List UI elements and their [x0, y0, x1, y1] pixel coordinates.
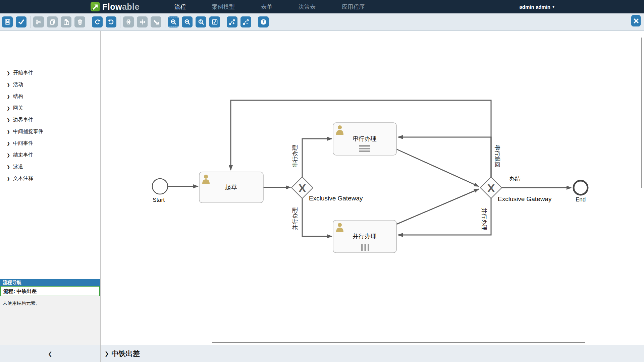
palette-group[interactable]: ❯ 网关	[0, 102, 100, 114]
same-size-icon	[153, 19, 159, 25]
toolbar-separator	[30, 16, 31, 28]
chevron-right-icon: ❯	[105, 351, 109, 357]
close-editor-button[interactable]	[631, 15, 641, 26]
palette-group-label: 开始事件	[13, 70, 33, 76]
palette-group[interactable]: ❯ 中间捕捉事件	[0, 126, 100, 137]
chevron-right-icon: ❯	[7, 106, 10, 111]
nav-tab[interactable]: 应用程序	[342, 3, 365, 11]
parallel-task-node[interactable]: 并行办理	[333, 220, 396, 253]
nav-tab[interactable]: 决策表	[299, 3, 316, 11]
user-menu[interactable]: admin admin ▾	[519, 0, 554, 13]
toolbar-separator	[89, 16, 89, 28]
palette-sidebar: ❯ 开始事件 ❯ 活动 ❯ 结构 ❯ 网关	[0, 31, 101, 345]
redo-icon	[94, 19, 101, 25]
chevron-right-icon: ❯	[7, 176, 10, 181]
palette-group[interactable]: ❯ 结构	[0, 90, 100, 102]
edge-serial-to-gateway2[interactable]	[396, 149, 479, 186]
zoom-actual-button[interactable]: 1	[196, 16, 206, 27]
same-size-button[interactable]	[151, 16, 161, 27]
parallel-task-label: 并行办理	[353, 233, 377, 240]
palette-group[interactable]: ❯ 活动	[0, 79, 100, 90]
top-navbar: Flowable 流程案例模型表单决策表应用程序 admin admin ▾	[0, 0, 644, 13]
palette-group-label: 中间捕捉事件	[13, 128, 43, 135]
palette-group[interactable]: ❯ 泳道	[0, 161, 100, 173]
help-button[interactable]: ?	[258, 16, 269, 27]
process-breadcrumb: ❯ 中铁出差	[101, 345, 644, 362]
add-bendpoint-icon	[229, 19, 235, 25]
edge-parallel-to-gateway2[interactable]	[396, 189, 479, 224]
exclusive-gateway1-node[interactable]: X Exclusive Gateway	[291, 177, 363, 202]
flowable-logo-icon	[91, 2, 100, 11]
nav-tab[interactable]: 表单	[261, 3, 272, 11]
svg-text:1: 1	[200, 20, 202, 23]
paste-button[interactable]	[61, 16, 71, 27]
trash-icon	[77, 19, 83, 25]
collapse-sidebar-button[interactable]: ❮	[0, 345, 101, 362]
edge-label-to-serial: 串行办理	[292, 145, 298, 168]
undo-button[interactable]	[106, 16, 116, 27]
sequential-multi-instance-icon	[359, 145, 370, 152]
zoom-fit-icon	[212, 19, 218, 25]
exclusive-gateway2-label: Exclusive Gateway	[498, 195, 552, 202]
delete-button[interactable]	[74, 16, 85, 27]
draft-task-node[interactable]: 起草	[199, 172, 263, 203]
edge-label-serial-return: 串行退回	[494, 145, 500, 168]
horizontal-scrollbar-thumb[interactable]	[212, 342, 585, 343]
align-horizontal-button[interactable]	[137, 16, 148, 27]
cut-button[interactable]	[33, 16, 44, 27]
gateway-x-icon: X	[487, 182, 495, 194]
palette-group-label: 活动	[13, 81, 23, 88]
zoom-in-button[interactable]	[168, 16, 179, 27]
zoom-fit-button[interactable]	[209, 16, 220, 27]
undo-icon	[108, 19, 114, 25]
align-vertical-button[interactable]	[123, 16, 134, 27]
process-title[interactable]: 中铁出差	[112, 349, 140, 358]
palette-group[interactable]: ❯ 结束事件	[0, 149, 100, 161]
bpmn-canvas[interactable]: 串行办理 并行办理 串行退回 并行办理 办结 Start 起草	[101, 31, 644, 345]
draft-task-label: 起草	[225, 184, 237, 191]
zoom-out-icon	[184, 19, 191, 25]
nav-tabs: 流程案例模型表单决策表应用程序	[174, 0, 365, 13]
end-event-node[interactable]: End	[574, 181, 588, 203]
chevron-right-icon: ❯	[7, 94, 10, 99]
copy-button[interactable]	[47, 16, 58, 27]
chevron-right-icon: ❯	[7, 141, 10, 146]
palette-group[interactable]: ❯ 文本注释	[0, 173, 100, 184]
flowable-modeler-app: Flowable 流程案例模型表单决策表应用程序 admin admin ▾	[0, 0, 644, 362]
redo-button[interactable]	[92, 16, 103, 27]
palette-group[interactable]: ❯ 边界事件	[0, 114, 100, 126]
save-icon	[4, 19, 11, 25]
chevron-right-icon: ❯	[7, 129, 10, 134]
close-icon	[633, 18, 639, 24]
serial-task-node[interactable]: 串行办理	[333, 123, 396, 155]
palette-group-label: 中间事件	[13, 140, 33, 146]
palette-group[interactable]: ❯ 开始事件	[0, 67, 100, 79]
edge-gateway1-to-serial[interactable]	[302, 139, 332, 177]
start-event-label: Start	[153, 197, 165, 203]
add-bendpoint-button[interactable]	[227, 16, 237, 27]
process-navigator-body: 未使用结构元素。	[0, 296, 100, 345]
start-event-node[interactable]: Start	[152, 179, 168, 203]
editor-toolbar: 1 ?	[0, 13, 644, 31]
palette-group[interactable]: ❯ 中间事件	[0, 137, 100, 149]
process-navigator-current[interactable]: 流程: 中铁出差	[0, 286, 100, 296]
zoom-out-button[interactable]	[182, 16, 193, 27]
remove-bendpoint-icon	[243, 19, 249, 25]
nav-tab[interactable]: 案例模型	[212, 3, 235, 11]
chevron-right-icon: ❯	[7, 82, 10, 87]
svg-text:?: ?	[262, 19, 265, 24]
remove-bendpoint-button[interactable]	[240, 16, 251, 27]
caret-down-icon: ▾	[552, 4, 554, 9]
flowable-logo[interactable]: Flowable	[91, 0, 140, 13]
save-button[interactable]	[2, 16, 13, 27]
check-icon	[18, 19, 24, 25]
validate-button[interactable]	[16, 16, 26, 27]
nav-tab[interactable]: 流程	[174, 3, 186, 11]
chevron-right-icon: ❯	[7, 71, 10, 75]
bottom-bar: ❮ ❯ 中铁出差	[0, 345, 644, 362]
palette-group-label: 网关	[13, 105, 23, 111]
edge-gateway1-to-parallel[interactable]	[302, 198, 332, 236]
paste-icon	[63, 19, 69, 25]
copy-icon	[49, 19, 56, 25]
vertical-scrollbar-thumb[interactable]	[641, 38, 642, 188]
